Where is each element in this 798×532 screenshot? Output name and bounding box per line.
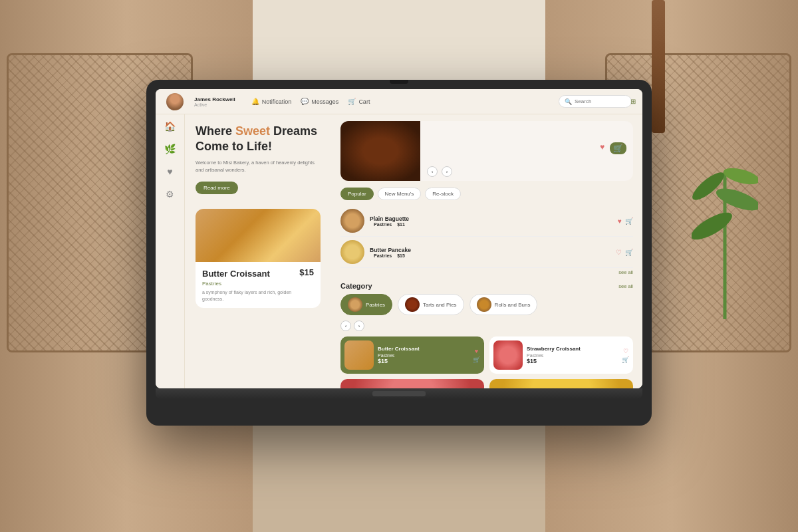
avatar (166, 93, 184, 110)
item-price: $11 (397, 222, 405, 227)
fp-cart-icon[interactable]: 🛒 (473, 356, 480, 363)
croissant-fp-image (344, 340, 374, 370)
scene-center: James Rockwell Active 🔔 Notification 💬 (0, 0, 798, 532)
right-panel: ♥ 🛒 ‹ › (331, 114, 642, 388)
bp-item-strawberry: Strawberry Croissant $15 (340, 379, 484, 388)
filter-icon[interactable]: ⊞ (630, 98, 636, 105)
baguette-image (340, 209, 364, 233)
search-input[interactable] (575, 98, 628, 104)
notification-label: Notification (262, 98, 292, 105)
item-price: $15 (397, 253, 405, 258)
see-all-link[interactable]: see all (340, 269, 633, 275)
sidebar-settings-icon[interactable]: ⚙ (166, 189, 174, 200)
fp-heart-icon[interactable]: ♥ (475, 348, 478, 354)
messages-nav-item[interactable]: 💬 Messages (301, 98, 338, 105)
category-rolls[interactable]: Rolls and Buns (469, 294, 538, 315)
sidebar-explore-icon[interactable]: 🌿 (164, 144, 176, 154)
sidebar: 🏠 🌿 ♥ ⚙ (156, 114, 185, 388)
next-arrow[interactable]: › (442, 166, 452, 177)
item-details: Plain Baguette Pastries $11 (370, 215, 612, 227)
category-see-all[interactable]: see all (618, 283, 633, 289)
cart-label: Cart (358, 98, 370, 105)
tab-new-menus[interactable]: New Menu's (378, 188, 422, 200)
item-category: Pastries (374, 222, 392, 227)
laptop-trackpad (372, 391, 426, 396)
prev-arrow[interactable]: ‹ (427, 166, 438, 177)
product-info: Butter Croissant $15 Pastries a symphony… (196, 262, 321, 308)
featured-product-card: Butter Croissant $15 Pastries a symphony… (196, 209, 321, 308)
cart-icon: 🛒 (348, 98, 356, 105)
tart-icon (405, 297, 420, 312)
laptop-outer: James Rockwell Active 🔔 Notification 💬 (146, 80, 652, 426)
fp-details: Strawberry Croissant Pastries $15 (527, 346, 618, 364)
strawberry2-image (340, 379, 484, 388)
product-price: $15 (299, 267, 314, 277)
read-more-button[interactable]: Read more (196, 182, 238, 194)
item-name: Plain Baguette (370, 215, 612, 222)
heart-button[interactable]: ♡ (616, 249, 622, 256)
product-grid: Butter Croissant Pastries $15 ♥ 🛒 (340, 336, 633, 374)
bell-icon: 🔔 (251, 98, 259, 105)
item-name: Butter Pancake (370, 247, 610, 253)
item-actions: ♥ 🛒 (618, 217, 633, 225)
laptop-base (156, 388, 642, 399)
top-nav: James Rockwell Active 🔔 Notification 💬 (156, 89, 642, 114)
fp-heart-icon[interactable]: ♡ (623, 348, 628, 354)
cart-button[interactable]: 🛒 (625, 217, 633, 225)
banner-heart-icon[interactable]: ♥ (600, 142, 604, 154)
category-title: Category (340, 282, 372, 290)
strawberry-fp-image (493, 340, 523, 370)
pastry-icon (348, 297, 362, 312)
cat-prev-arrow[interactable]: ‹ (340, 321, 351, 331)
croissant-image (196, 209, 321, 262)
category-nav: ‹ › (340, 321, 633, 331)
list-item: Plain Baguette Pastries $11 ♥ (340, 205, 633, 237)
left-panel: Where Sweet Dreams Come to Life! Welcome… (185, 114, 331, 388)
product-name: Butter Croissant (202, 269, 270, 279)
fp-name: Strawberry Croissant (527, 346, 618, 352)
featured-image (340, 121, 420, 181)
grid-item-croissant: Butter Croissant Pastries $15 ♥ 🛒 (340, 336, 484, 374)
product-list: Plain Baguette Pastries $11 ♥ (340, 205, 633, 268)
tab-restock[interactable]: Re-stock (425, 188, 461, 200)
search-bar[interactable]: 🔍 ⊞ (559, 95, 632, 108)
laptop-wrapper: James Rockwell Active 🔔 Notification 💬 (146, 106, 652, 426)
category-tarts[interactable]: Tarts and Pies (398, 294, 464, 315)
cat-next-arrow[interactable]: › (354, 321, 364, 331)
user-status: Active (194, 102, 235, 107)
fp-category: Pastries (378, 353, 469, 358)
product-image (196, 209, 321, 262)
main-content: 🏠 🌿 ♥ ⚙ Where Sweet Dreams Come to Life! (156, 114, 642, 388)
banner-cart-icon[interactable]: 🛒 (610, 142, 626, 154)
sidebar-favorites-icon[interactable]: ♥ (167, 166, 172, 177)
heart-button[interactable]: ♥ (618, 217, 622, 225)
item-actions: ♡ 🛒 (616, 249, 633, 256)
notification-nav-item[interactable]: 🔔 Notification (251, 98, 292, 105)
fp-cart-icon[interactable]: 🛒 (622, 356, 629, 363)
pastry-label: Pastries (366, 302, 385, 308)
item-category-price: Pastries $11 (370, 222, 612, 227)
fp-actions: ♥ 🛒 (473, 348, 480, 363)
product-category: Pastries (202, 281, 314, 287)
roll-icon (477, 297, 491, 312)
pancake-thumbnail (340, 240, 364, 264)
sidebar-home-icon[interactable]: 🏠 (164, 121, 176, 132)
categories-row: Pastries Tarts and Pies Rolls and Buns (340, 294, 633, 315)
item-category-price: Pastries $15 (370, 253, 610, 258)
fp-details: Butter Croissant Pastries $15 (378, 346, 469, 364)
app-container: James Rockwell Active 🔔 Notification 💬 (156, 89, 642, 388)
list-item: Butter Pancake Pastries $15 ♡ (340, 237, 633, 268)
cart-nav-item[interactable]: 🛒 Cart (348, 98, 370, 105)
featured-navigation: ‹ › (427, 166, 452, 177)
pancake-image (340, 240, 364, 264)
tab-popular[interactable]: Popular (340, 188, 374, 200)
grid-item-strawberry: Strawberry Croissant Pastries $15 ♡ 🛒 (489, 336, 633, 374)
messages-label: Messages (311, 98, 338, 105)
laptop-notch (390, 80, 408, 84)
glazed-image (489, 379, 633, 388)
cart-button[interactable]: 🛒 (625, 249, 633, 256)
category-pastries[interactable]: Pastries (340, 294, 392, 315)
hero-description: Welcome to Misi Bakery, a haven of heave… (196, 159, 321, 174)
roll-label: Rolls and Buns (495, 302, 531, 308)
fp-category: Pastries (527, 353, 618, 358)
